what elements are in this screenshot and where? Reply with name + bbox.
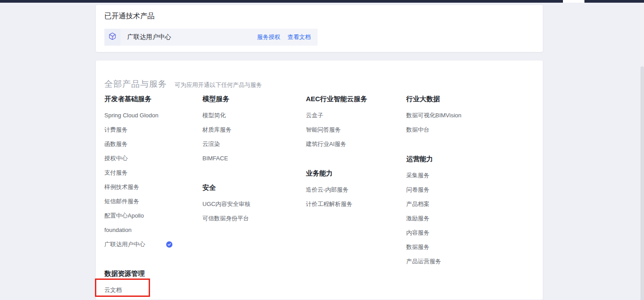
browser-top-bar [0,0,644,3]
category-header: AEC行业智能云服务 [306,95,401,112]
product-item[interactable]: 函数服务 [104,141,199,155]
service-authorization-link[interactable]: 服务授权 [257,33,280,41]
product-item[interactable]: 材质库服务 [202,126,297,141]
product-item[interactable]: 产品运营服务 [406,258,501,272]
category-header: 运营能力 [406,155,501,172]
product-column-2: 模型服务模型简化材质库服务云渲染BIMFACE安全UGC内容安全审核可信数据身份… [202,95,297,244]
product-item[interactable]: 计价工程解析服务 [306,201,401,215]
product-item[interactable]: 云文档 [104,287,199,300]
product-item[interactable]: 计费服务 [104,126,199,141]
category-block: AEC行业智能云服务云盒子智能问答服务建筑行业AI服务 [306,95,401,155]
product-icon-cell [104,29,120,46]
product-item[interactable]: UGC内容安全审核 [202,201,297,215]
product-item[interactable]: 数据服务 [406,244,501,258]
category-block: 模型服务模型简化材质库服务云渲染BIMFACE [202,95,297,169]
product-item[interactable]: foundation [104,227,199,241]
product-item[interactable]: 云盒子 [306,112,401,126]
product-column-3: AEC行业智能云服务云盒子智能问答服务建筑行业AI服务业务能力造价云-内部服务计… [306,95,401,229]
product-item[interactable]: 模型简化 [202,112,297,126]
all-products-subtitle: 可为应用开通以下任何产品与服务 [175,81,262,89]
product-item[interactable]: 产品档案 [406,201,501,215]
product-item[interactable]: 数据可视化BIMVision [406,112,501,126]
product-item[interactable]: 可信数据身份平台 [202,215,297,229]
product-item[interactable]: 配置中心Apollo [104,212,199,227]
product-item[interactable]: 短信邮件服务 [104,198,199,212]
category-block: 业务能力造价云-内部服务计价工程解析服务 [306,169,401,215]
category-block: 开发者基础服务Spring Cloud Glodon计费服务函数服务授权中心支付… [104,95,199,255]
product-item[interactable]: 云渲染 [202,141,297,155]
opened-product-row: 广联达用户中心 服务授权 查看文档 [104,29,318,46]
product-item[interactable]: 造价云-内部服务 [306,186,401,201]
product-item[interactable]: 智能问答服务 [306,126,401,141]
category-block: 运营能力采集服务问卷服务产品档案激励服务内容服务数据服务产品运营服务 [406,155,501,272]
product-item[interactable]: Spring Cloud Glodon [104,112,199,126]
product-item[interactable]: 广联达用户中心 [104,241,199,255]
category-block: 安全UGC内容安全审核可信数据身份平台 [202,184,297,229]
all-products-card: 全部产品与服务 可为应用开通以下任何产品与服务 开发者基础服务Spring Cl… [95,60,543,300]
product-item[interactable]: 支付服务 [104,169,199,184]
category-header: 行业大数据 [406,95,501,112]
category-header: 开发者基础服务 [104,95,199,112]
product-item[interactable]: 问卷服务 [406,186,501,201]
product-item[interactable]: 采集服务 [406,172,501,186]
product-item[interactable]: 建筑行业AI服务 [306,141,401,155]
product-column-4: 行业大数据数据可视化BIMVision数据中台运营能力采集服务问卷服务产品档案激… [406,95,501,287]
product-item[interactable]: 样例技术服务 [104,184,199,198]
category-header: 安全 [202,184,297,201]
product-item[interactable]: 内容服务 [406,229,501,244]
product-column-1: 开发者基础服务Spring Cloud Glodon计费服务函数服务授权中心支付… [104,95,199,300]
product-item[interactable]: 授权中心 [104,155,199,169]
all-products-title: 全部产品与服务 [104,78,167,90]
all-products-heading: 全部产品与服务 可为应用开通以下任何产品与服务 [104,78,262,90]
category-block: 数据资源管理云文档 [104,270,199,300]
view-docs-link[interactable]: 查看文档 [288,33,311,41]
product-item[interactable]: 数据中台 [406,126,501,141]
product-item[interactable]: 激励服务 [406,215,501,229]
category-header: 业务能力 [306,169,401,186]
top-bar-gap [563,0,584,3]
product-item[interactable]: BIMFACE [202,155,297,169]
activated-check-icon [166,241,172,248]
category-header: 数据资源管理 [104,270,199,287]
scrollbar-thumb[interactable] [640,66,644,300]
category-header: 模型服务 [202,95,297,112]
opened-products-title: 已开通技术产品 [104,12,155,20]
opened-product-name: 广联达用户中心 [127,33,171,41]
cube-icon [108,32,117,43]
opened-products-card: 已开通技术产品 广联达用户中心 服务授权 查看文档 [95,4,543,52]
category-block: 行业大数据数据可视化BIMVision数据中台 [406,95,501,141]
